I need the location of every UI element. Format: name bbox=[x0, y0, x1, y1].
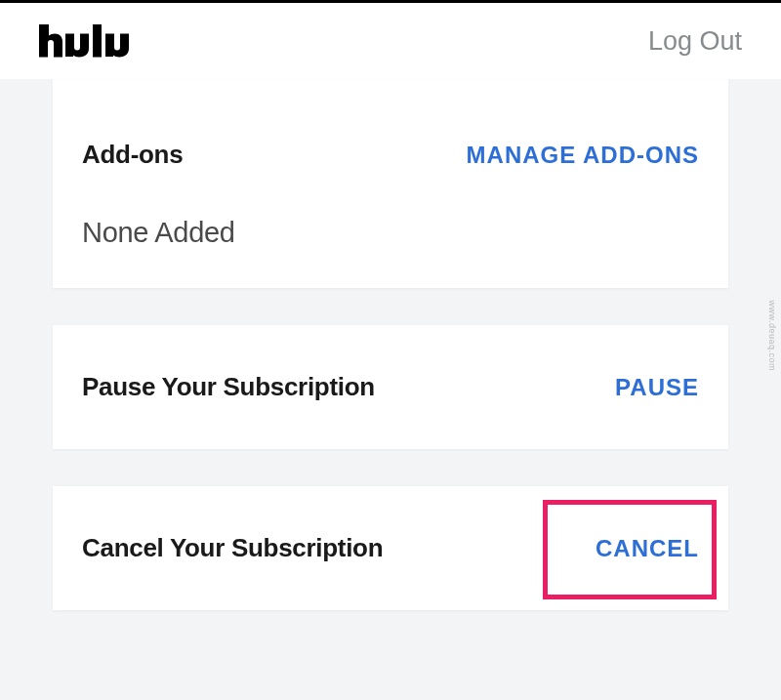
hulu-logo-icon bbox=[39, 24, 137, 58]
pause-card: Pause Your Subscription PAUSE bbox=[53, 325, 728, 449]
pause-title: Pause Your Subscription bbox=[82, 372, 375, 402]
cancel-title: Cancel Your Subscription bbox=[82, 533, 383, 563]
content-area: Add-ons MANAGE ADD-ONS None Added Pause … bbox=[0, 79, 781, 610]
logout-link[interactable]: Log Out bbox=[648, 26, 742, 57]
header: Log Out bbox=[0, 3, 781, 79]
cancel-button[interactable]: CANCEL bbox=[596, 535, 699, 562]
pause-row: Pause Your Subscription PAUSE bbox=[82, 372, 699, 402]
addons-header-row: Add-ons MANAGE ADD-ONS bbox=[82, 140, 699, 170]
cancel-card: Cancel Your Subscription CANCEL bbox=[53, 486, 728, 610]
addons-body-text: None Added bbox=[82, 217, 699, 249]
svg-rect-0 bbox=[93, 24, 102, 58]
watermark-text: www.deuaq.com bbox=[767, 300, 777, 371]
hulu-logo[interactable] bbox=[39, 24, 137, 58]
addons-title: Add-ons bbox=[82, 140, 183, 170]
manage-addons-link[interactable]: MANAGE ADD-ONS bbox=[467, 142, 699, 169]
pause-button[interactable]: PAUSE bbox=[615, 374, 699, 401]
addons-card: Add-ons MANAGE ADD-ONS None Added bbox=[53, 79, 728, 288]
cancel-row: Cancel Your Subscription CANCEL bbox=[82, 533, 699, 563]
